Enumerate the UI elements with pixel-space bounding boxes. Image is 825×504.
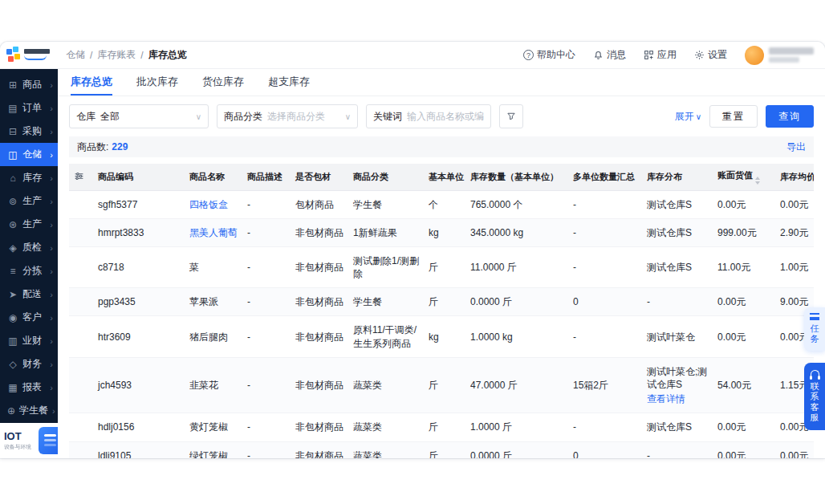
cell-multi-unit: 0 bbox=[568, 441, 642, 458]
view-detail-link[interactable]: 查看详情 bbox=[647, 392, 708, 405]
user-menu[interactable] bbox=[745, 46, 814, 65]
search-button[interactable]: 查询 bbox=[766, 105, 814, 128]
sidebar-item-goods[interactable]: ⊞商品› bbox=[0, 73, 58, 96]
sidebar-item-label: 质检 bbox=[22, 241, 42, 254]
settings-button[interactable]: 设置 bbox=[694, 48, 727, 62]
cell-description: - bbox=[242, 316, 291, 357]
chevron-down-icon: ∨ bbox=[196, 112, 201, 121]
distribution-text: 测试叶菜仓;测试仓库S bbox=[647, 366, 707, 390]
sidebar-item-orders[interactable]: ▤订单› bbox=[0, 96, 58, 120]
cell-multi-unit: - bbox=[568, 190, 642, 218]
summary-bar: 商品数: 229 导出 bbox=[69, 136, 814, 157]
row-gutter bbox=[69, 316, 93, 357]
distribution-text: 测试仓库S bbox=[647, 421, 692, 433]
table-body: sgfh5377四格饭盒-包材商品学生餐个765.0000 个-测试仓库S0.0… bbox=[69, 190, 814, 458]
delivery-icon: ➤ bbox=[7, 289, 18, 300]
chevron-right-icon: › bbox=[50, 266, 53, 276]
table-row: c8718菜-非包材商品测试删除1/测删除斤11.0000 斤-测试仓库S11.… bbox=[69, 246, 814, 287]
iot-brand: IOT 设备与环境 bbox=[0, 423, 58, 458]
sidebar-item-production-2[interactable]: ⊛生产› bbox=[0, 213, 58, 236]
sidebar-item-purchase[interactable]: ⊟采购› bbox=[0, 120, 58, 143]
sidebar-item-finance[interactable]: ◇财务› bbox=[0, 352, 58, 376]
quality-check-icon: ◈ bbox=[7, 242, 18, 254]
sidebar-item-reports[interactable]: ▦报表› bbox=[0, 376, 58, 399]
product-name-text: 黄灯笼椒 bbox=[189, 421, 228, 433]
cell-product-code: htr3609 bbox=[93, 316, 185, 357]
sidebar-item-label: 财务 bbox=[22, 357, 42, 371]
tab-overspend-inventory[interactable]: 超支库存 bbox=[268, 69, 310, 96]
export-button[interactable]: 导出 bbox=[786, 140, 806, 154]
logo-block bbox=[6, 49, 12, 55]
column-header[interactable]: 账面货值 bbox=[713, 164, 775, 190]
chevron-down-icon: ∨ bbox=[345, 112, 351, 121]
reset-button[interactable]: 重置 bbox=[709, 105, 758, 128]
cell-distribution: - bbox=[642, 441, 713, 458]
chevron-right-icon: › bbox=[50, 104, 53, 113]
cell-book-value: 999.00元 bbox=[713, 218, 775, 246]
sidebar-item-label: 报表 bbox=[22, 380, 42, 394]
distribution-text: 测试仓库S bbox=[647, 262, 692, 273]
breadcrumb-item[interactable]: 仓储 bbox=[66, 48, 85, 62]
chevron-right-icon: › bbox=[52, 406, 55, 416]
help-center-button[interactable]: ? 帮助中心 bbox=[523, 48, 575, 62]
expand-toggle[interactable]: 展开 ∨ bbox=[675, 110, 701, 124]
sidebar-item-business-finance[interactable]: ▥业财› bbox=[0, 329, 58, 352]
production-2-icon: ⊛ bbox=[7, 219, 18, 230]
chevron-right-icon: › bbox=[50, 383, 53, 392]
cell-unit: kg bbox=[424, 218, 465, 246]
table-row: ldlj9105绿灯笼椒-非包材商品蔬菜类斤0.0000 斤0-0.00元0.0… bbox=[69, 441, 814, 458]
cell-product-name: 韭菜花 bbox=[185, 357, 242, 413]
column-header: 库存分布 bbox=[642, 164, 713, 190]
reports-icon: ▦ bbox=[7, 382, 18, 393]
filter-funnel-button[interactable] bbox=[499, 104, 523, 128]
cell-product-name: 黑美人葡萄 bbox=[185, 218, 242, 246]
orders-icon: ▤ bbox=[7, 103, 18, 114]
warehouse-icon: ◫ bbox=[7, 149, 18, 161]
keyword-input[interactable] bbox=[407, 111, 484, 122]
sidebar-item-label: 学生餐 bbox=[19, 404, 48, 417]
sidebar-item-sorting[interactable]: ≡分拣› bbox=[0, 259, 58, 282]
cell-quantity: 345.0000 kg bbox=[465, 218, 568, 246]
iot-title: IOT bbox=[4, 431, 36, 442]
cell-distribution: 测试仓库S bbox=[642, 218, 713, 246]
keyword-field[interactable]: 关键词 bbox=[366, 104, 491, 128]
column-settings-button[interactable] bbox=[69, 164, 93, 190]
row-gutter bbox=[69, 288, 93, 316]
tab-batch-inventory[interactable]: 批次库存 bbox=[136, 69, 178, 96]
cell-packaging: 非包材商品 bbox=[291, 357, 348, 413]
task-panel-button[interactable]: 任务 bbox=[804, 307, 825, 351]
breadcrumb-item[interactable]: 库存账表 bbox=[97, 48, 136, 62]
product-count-label: 商品数: bbox=[77, 140, 108, 154]
sidebar-item-label: 采购 bbox=[22, 124, 42, 138]
messages-button[interactable]: 消息 bbox=[593, 48, 626, 62]
sidebar-item-warehouse[interactable]: ◫仓储› bbox=[0, 143, 58, 166]
expand-label: 展开 bbox=[675, 110, 694, 124]
sidebar-item-production[interactable]: ⊚生产› bbox=[0, 189, 58, 213]
chevron-right-icon: › bbox=[50, 243, 53, 253]
cell-product-name: 绿灯笼椒 bbox=[185, 441, 242, 458]
sidebar-item-label: 客户 bbox=[22, 311, 42, 324]
cell-avg-price: 1.00元 bbox=[775, 246, 814, 287]
distribution-text: 测试仓库S bbox=[647, 199, 692, 210]
cell-multi-unit: - bbox=[568, 246, 642, 287]
sidebar-item-customers[interactable]: ◉客户› bbox=[0, 306, 58, 329]
product-name-link[interactable]: 黑美人葡萄 bbox=[189, 227, 238, 238]
sidebar-item-delivery[interactable]: ➤配送› bbox=[0, 282, 58, 306]
sort-icon[interactable] bbox=[755, 177, 760, 185]
sidebar-item-inventory[interactable]: ⌂库存› bbox=[0, 166, 58, 189]
logo-block bbox=[13, 47, 18, 52]
cell-category: 蔬菜类 bbox=[348, 357, 424, 413]
tab-location-inventory[interactable]: 货位库存 bbox=[202, 69, 244, 96]
sidebar-item-student-meal[interactable]: ⊕学生餐› bbox=[0, 399, 58, 422]
bell-icon bbox=[593, 50, 604, 60]
apps-button[interactable]: 应用 bbox=[644, 48, 677, 62]
warehouse-select[interactable]: 仓库 全部 ∨ bbox=[69, 104, 209, 128]
product-name-link[interactable]: 四格饭盒 bbox=[189, 199, 228, 210]
sidebar-item-quality-check[interactable]: ◈质检› bbox=[0, 236, 58, 259]
tab-inventory-overview[interactable]: 库存总览 bbox=[71, 69, 112, 96]
apps-icon bbox=[644, 50, 654, 60]
cell-quantity: 1.0000 斤 bbox=[465, 413, 568, 441]
breadcrumb-current: 库存总览 bbox=[148, 48, 187, 62]
contact-service-button[interactable]: 联系客服 bbox=[804, 363, 825, 430]
category-select[interactable]: 商品分类 选择商品分类 ∨ bbox=[217, 104, 358, 128]
